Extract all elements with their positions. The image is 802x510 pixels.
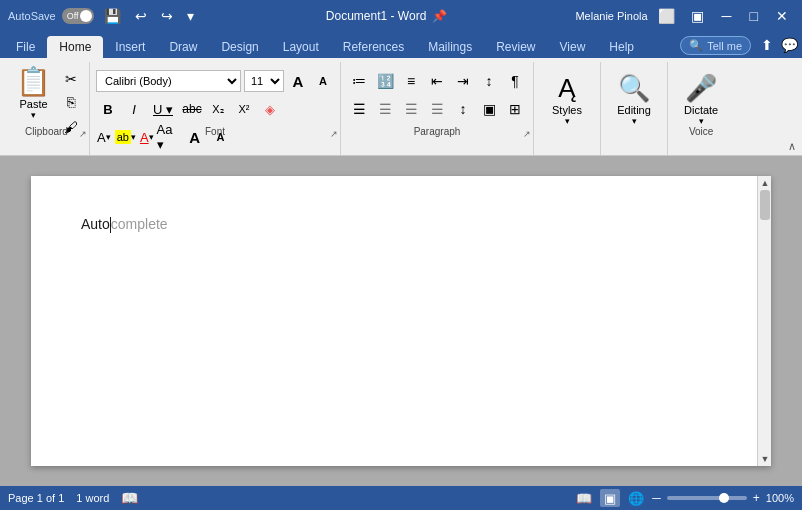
shading-button[interactable]: ▣ (477, 98, 501, 120)
zoom-slider-thumb (719, 493, 729, 503)
styles-icon: Ą (558, 74, 575, 103)
borders-button[interactable]: ⊞ (503, 98, 527, 120)
editing-arrow: ▾ (632, 116, 637, 126)
font-name-select[interactable]: Calibri (Body) (96, 70, 241, 92)
zoom-percent[interactable]: 100% (766, 492, 794, 504)
title-bar-left: AutoSave Off 💾 ↩ ↪ ▾ (8, 6, 198, 26)
document-area: Autocomplete ▲ ▼ (0, 156, 802, 486)
ribbon-display-options-icon[interactable]: ▣ (685, 6, 710, 26)
zoom-in-icon[interactable]: + (753, 491, 760, 505)
strikethrough-button[interactable]: abc (180, 98, 204, 120)
dictate-arrow: ▾ (699, 116, 704, 126)
line-spacing-button[interactable]: ↕ (451, 98, 475, 120)
bullets-button[interactable]: ≔ (347, 70, 371, 92)
restore-icon[interactable]: ⬜ (654, 6, 679, 26)
tab-view[interactable]: View (548, 36, 598, 58)
numbering-button[interactable]: 🔢 (373, 70, 397, 92)
tab-mailings[interactable]: Mailings (416, 36, 484, 58)
show-hide-button[interactable]: ¶ (503, 70, 527, 92)
para-row1: ≔ 🔢 ≡ ⇤ ⇥ ↕ ¶ (347, 70, 527, 92)
sort-button[interactable]: ↕ (477, 70, 501, 92)
align-left-button[interactable]: ☰ (347, 98, 371, 120)
paragraph-expand-icon[interactable]: ↗ (523, 129, 531, 139)
status-bar: Page 1 of 1 1 word 📖 📖 ▣ 🌐 ─ + 100% (0, 486, 802, 510)
scroll-down-arrow[interactable]: ▼ (758, 452, 772, 466)
tab-layout[interactable]: Layout (271, 36, 331, 58)
multilevel-list-button[interactable]: ≡ (399, 70, 423, 92)
save-icon[interactable]: 💾 (100, 6, 125, 26)
tab-insert[interactable]: Insert (103, 36, 157, 58)
scroll-up-arrow[interactable]: ▲ (758, 176, 772, 190)
tell-me-box[interactable]: 🔍 Tell me (680, 36, 751, 55)
read-mode-button[interactable]: 📖 (574, 489, 594, 507)
comment-icon[interactable]: 💬 (777, 35, 802, 55)
justify-button[interactable]: ☰ (425, 98, 449, 120)
minimize-button[interactable]: ─ (716, 6, 738, 26)
subscript-button[interactable]: X₂ (206, 98, 230, 120)
styles-arrow: ▾ (565, 116, 570, 126)
word-count-icon[interactable]: 📖 (121, 490, 138, 506)
font-grow-button[interactable]: A (287, 70, 309, 92)
scroll-thumb[interactable] (760, 190, 770, 220)
autosave-toggle[interactable]: Off (62, 8, 94, 24)
copy-button[interactable]: ⎘ (59, 91, 83, 113)
dictate-button[interactable]: 🎤 Dictate ▾ (676, 70, 726, 130)
web-layout-button[interactable]: 🌐 (626, 489, 646, 507)
title-pin-icon: 📌 (432, 9, 447, 23)
tab-review[interactable]: Review (484, 36, 547, 58)
document-content[interactable]: Autocomplete (81, 216, 168, 232)
autosave-off-label: Off (67, 11, 79, 21)
status-bar-left: Page 1 of 1 1 word 📖 (8, 490, 558, 506)
title-center: Document1 - Word 📌 (326, 9, 447, 23)
italic-button[interactable]: I (122, 98, 146, 120)
tab-design[interactable]: Design (209, 36, 270, 58)
tab-references[interactable]: References (331, 36, 416, 58)
font-shrink-button[interactable]: A (312, 70, 334, 92)
cut-button[interactable]: ✂ (59, 68, 83, 90)
decrease-indent-button[interactable]: ⇤ (425, 70, 449, 92)
superscript-button[interactable]: X² (232, 98, 256, 120)
tab-home[interactable]: Home (47, 36, 103, 58)
font-expand-icon[interactable]: ↗ (330, 129, 338, 139)
autocomplete-suggestion: complete (111, 216, 168, 232)
tab-draw[interactable]: Draw (157, 36, 209, 58)
editing-group: 🔍 Editing ▾ (601, 62, 668, 155)
word-count: 1 word (76, 492, 109, 504)
zoom-slider[interactable] (667, 496, 747, 500)
document-page[interactable]: Autocomplete ▲ ▼ (31, 176, 771, 466)
clipboard-group-label: Clipboard (4, 126, 89, 137)
typed-text: Auto (81, 216, 110, 232)
align-right-button[interactable]: ☰ (399, 98, 423, 120)
clipboard-expand-icon[interactable]: ↗ (79, 129, 87, 139)
customize-qat-icon[interactable]: ▾ (183, 6, 198, 26)
paste-button[interactable]: 📋 Paste ▾ (10, 66, 57, 122)
styles-button[interactable]: Ą Styles ▾ (542, 70, 592, 130)
align-center-button[interactable]: ☰ (373, 98, 397, 120)
title-bar: AutoSave Off 💾 ↩ ↪ ▾ Document1 - Word 📌 … (0, 0, 802, 32)
editing-button[interactable]: 🔍 Editing ▾ (609, 70, 659, 130)
paste-label: Paste (19, 98, 47, 110)
para-row2: ☰ ☰ ☰ ☰ ↕ ▣ ⊞ (347, 98, 527, 120)
tab-file[interactable]: File (4, 36, 47, 58)
tab-help[interactable]: Help (597, 36, 646, 58)
increase-indent-button[interactable]: ⇥ (451, 70, 475, 92)
collapse-ribbon-button[interactable]: ∧ (788, 140, 796, 153)
clipboard-group: 📋 Paste ▾ ✂ ⎘ 🖌 Clipboard ↗ (4, 62, 90, 155)
close-button[interactable]: ✕ (770, 6, 794, 26)
bold-button[interactable]: B (96, 98, 120, 120)
scrollbar[interactable]: ▲ ▼ (757, 176, 771, 466)
undo-icon[interactable]: ↩ (131, 6, 151, 26)
title-bar-right: Melanie Pinola ⬜ ▣ ─ □ ✕ (575, 6, 794, 26)
redo-icon[interactable]: ↪ (157, 6, 177, 26)
print-layout-button[interactable]: ▣ (600, 489, 620, 507)
zoom-out-icon[interactable]: ─ (652, 491, 661, 505)
share-icon[interactable]: ⬆ (757, 35, 777, 55)
page-info: Page 1 of 1 (8, 492, 64, 504)
maximize-button[interactable]: □ (744, 6, 764, 26)
font-row1: Calibri (Body) 11 A A (96, 70, 334, 92)
underline-button[interactable]: U ▾ (148, 98, 178, 120)
dictate-label: Dictate (684, 104, 718, 116)
clear-formatting-button[interactable]: ◈ (258, 98, 282, 120)
paste-icon: 📋 (16, 68, 51, 96)
font-size-select[interactable]: 11 (244, 70, 284, 92)
